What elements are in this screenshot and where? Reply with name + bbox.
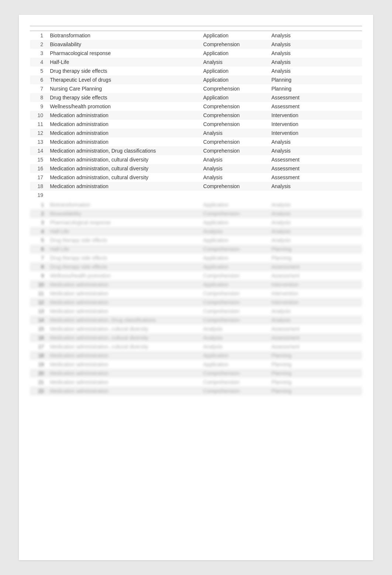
blurred-row-cognitive: Application bbox=[200, 254, 269, 262]
blurred-body: 1BiotransformationApplicationAnalysis2Bi… bbox=[30, 200, 362, 395]
table-row: 18Medication administrationComprehension… bbox=[30, 182, 362, 191]
row-cognitive: Analysis bbox=[200, 155, 269, 164]
row-topic: Medication administration, cultural dive… bbox=[47, 164, 200, 173]
table-row: 3Pharmacological responseApplicationAnal… bbox=[30, 49, 362, 58]
blurred-row-number: 20 bbox=[30, 369, 47, 378]
blurred-row-cognitive: Analysis bbox=[200, 227, 269, 236]
blurred-row: 17Medication administration, cultural di… bbox=[30, 342, 362, 351]
row-nursing: Analysis bbox=[268, 182, 337, 191]
blurred-row: 7Drug therapy side effectsApplicationPla… bbox=[30, 254, 362, 262]
blurred-row-cognitive: Application bbox=[200, 280, 269, 289]
blurred-row-cognitive: Analysis bbox=[200, 342, 269, 351]
blurred-row: 1BiotransformationApplicationAnalysis bbox=[30, 200, 362, 209]
blurred-row-nursing: Assessment bbox=[268, 271, 337, 280]
blurred-row-number: 5 bbox=[30, 236, 47, 245]
blurred-row: 10Medication administrationApplicationIn… bbox=[30, 280, 362, 289]
blurred-row-topic: Drug therapy side effects bbox=[47, 236, 200, 245]
row-number: 7 bbox=[30, 84, 47, 93]
row-nursing bbox=[268, 191, 337, 200]
row-topic: Medication administration, cultural dive… bbox=[47, 155, 200, 164]
row-topic: Medication administration bbox=[47, 120, 200, 129]
main-table: 1BiotransformationApplicationAnalysis2Bi… bbox=[30, 26, 362, 200]
blurred-row-topic: Half-Life bbox=[47, 227, 200, 236]
blurred-row-nursing: Intervention bbox=[268, 298, 337, 307]
blurred-row-nursing: Analysis bbox=[268, 209, 337, 218]
blurred-row-page bbox=[337, 333, 362, 342]
row-number: 5 bbox=[30, 67, 47, 75]
blurred-row-nursing: Planning bbox=[268, 351, 337, 360]
table-row: 4Half-LifeAnalysisAnalysis bbox=[30, 58, 362, 67]
row-page bbox=[337, 93, 362, 102]
col-nursing bbox=[268, 26, 337, 31]
table-row: 14Medication administration, Drug classi… bbox=[30, 146, 362, 155]
blurred-row: 22Medication administrationComprehension… bbox=[30, 387, 362, 395]
blurred-row: 15Medication administration, cultural di… bbox=[30, 324, 362, 333]
row-number: 3 bbox=[30, 49, 47, 58]
row-cognitive: Comprehension bbox=[200, 182, 269, 191]
blurred-table: 1BiotransformationApplicationAnalysis2Bi… bbox=[30, 200, 362, 395]
blurred-row-page bbox=[337, 236, 362, 245]
blurred-row-number: 1 bbox=[30, 200, 47, 209]
row-cognitive: Application bbox=[200, 49, 269, 58]
row-cognitive: Comprehension bbox=[200, 137, 269, 146]
blurred-row-number: 15 bbox=[30, 324, 47, 333]
col-topic bbox=[47, 26, 200, 31]
blurred-row: 5Drug therapy side effectsApplicationAna… bbox=[30, 236, 362, 245]
blurred-row-number: 16 bbox=[30, 333, 47, 342]
blurred-row-page bbox=[337, 254, 362, 262]
table-row: 13Medication administrationComprehension… bbox=[30, 137, 362, 146]
blurred-row-page bbox=[337, 342, 362, 351]
table-body: 1BiotransformationApplicationAnalysis2Bi… bbox=[30, 31, 362, 200]
table-row: 5Drug therapy side effectsApplicationAna… bbox=[30, 67, 362, 75]
table-row: 19 bbox=[30, 191, 362, 200]
row-number: 13 bbox=[30, 137, 47, 146]
blurred-row-page bbox=[337, 307, 362, 316]
row-topic: Medication administration bbox=[47, 129, 200, 137]
blurred-row-page bbox=[337, 316, 362, 324]
blurred-row-cognitive: Application bbox=[200, 351, 269, 360]
table-row: 17Medication administration, cultural di… bbox=[30, 173, 362, 182]
blurred-row-number: 22 bbox=[30, 387, 47, 395]
table-row: 9Wellness/health promotionComprehensionA… bbox=[30, 102, 362, 111]
row-nursing: Assessment bbox=[268, 164, 337, 173]
table-row: 11Medication administrationComprehension… bbox=[30, 120, 362, 129]
blurred-row-cognitive: Comprehension bbox=[200, 209, 269, 218]
blurred-row-topic: Medication administration bbox=[47, 369, 200, 378]
col-page bbox=[337, 26, 362, 31]
blurred-row-page bbox=[337, 351, 362, 360]
blurred-row-topic: Drug therapy side effects bbox=[47, 262, 200, 271]
row-page bbox=[337, 146, 362, 155]
blurred-row: 13Medication administrationComprehension… bbox=[30, 307, 362, 316]
row-page bbox=[337, 182, 362, 191]
blurred-row-nursing: Planning bbox=[268, 360, 337, 369]
row-page bbox=[337, 129, 362, 137]
blurred-row-cognitive: Application bbox=[200, 262, 269, 271]
row-nursing: Analysis bbox=[268, 137, 337, 146]
row-page bbox=[337, 173, 362, 182]
table-header-row bbox=[30, 26, 362, 31]
row-cognitive: Comprehension bbox=[200, 146, 269, 155]
row-page bbox=[337, 75, 362, 84]
blurred-row: 3Pharmacological responseApplicationAnal… bbox=[30, 218, 362, 227]
blurred-row-number: 12 bbox=[30, 298, 47, 307]
blurred-row: 18Medication administrationApplicationPl… bbox=[30, 351, 362, 360]
blurred-row-number: 14 bbox=[30, 316, 47, 324]
blurred-row: 19Medication administrationApplicationPl… bbox=[30, 360, 362, 369]
blurred-row-page bbox=[337, 245, 362, 254]
blurred-row-page bbox=[337, 209, 362, 218]
row-number: 11 bbox=[30, 120, 47, 129]
blurred-row-nursing: Analysis bbox=[268, 316, 337, 324]
blurred-row-topic: Medication administration, cultural dive… bbox=[47, 342, 200, 351]
blurred-row-page bbox=[337, 280, 362, 289]
row-nursing: Assessment bbox=[268, 155, 337, 164]
row-page bbox=[337, 84, 362, 93]
blurred-row: 9Wellness/health promotionComprehensionA… bbox=[30, 271, 362, 280]
row-topic: Pharmacological response bbox=[47, 49, 200, 58]
blurred-row-cognitive: Comprehension bbox=[200, 298, 269, 307]
row-topic: Medication administration bbox=[47, 111, 200, 120]
row-page bbox=[337, 40, 362, 49]
row-page bbox=[337, 49, 362, 58]
blurred-row-nursing: Assessment bbox=[268, 333, 337, 342]
row-page bbox=[337, 164, 362, 173]
blurred-row-nursing: Planning bbox=[268, 245, 337, 254]
